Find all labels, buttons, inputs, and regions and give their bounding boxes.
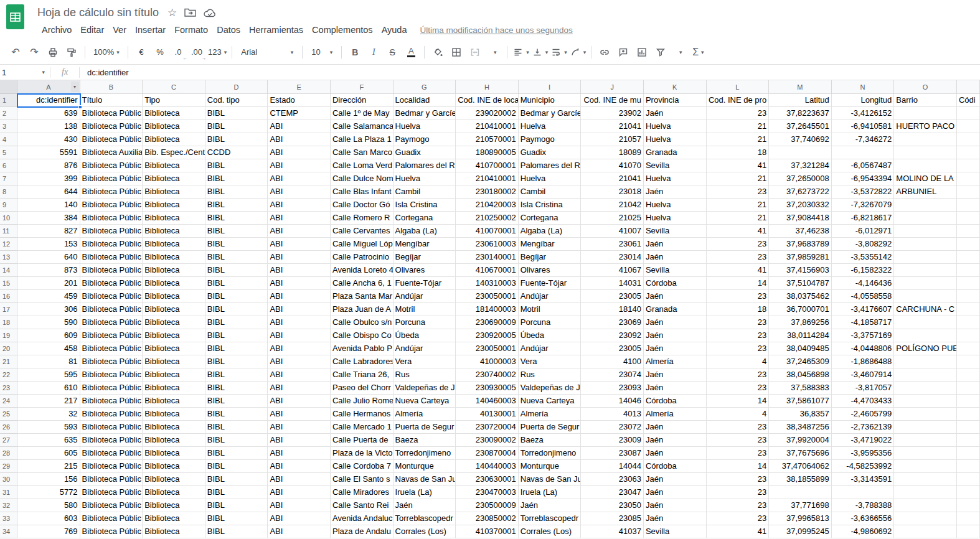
- cell-B30[interactable]: Biblioteca Públic: [80, 473, 143, 486]
- cell-B9[interactable]: Biblioteca Públic: [80, 199, 143, 212]
- cell-D8[interactable]: BIBL: [205, 185, 268, 199]
- cell-B34[interactable]: Biblioteca Públic: [80, 525, 143, 538]
- cell-E2[interactable]: CTEMP: [268, 107, 331, 120]
- row-header-8[interactable]: 8: [0, 185, 17, 199]
- cell-C7[interactable]: Biblioteca: [143, 172, 205, 185]
- cell-M32[interactable]: 37,771698: [769, 499, 832, 512]
- cell-B3[interactable]: Biblioteca Públic: [80, 120, 143, 133]
- cell-A30[interactable]: 156: [17, 473, 80, 486]
- cell-G19[interactable]: Úbeda: [393, 329, 456, 342]
- cell-P14[interactable]: [957, 264, 980, 277]
- cell-P18[interactable]: [957, 316, 980, 329]
- cell-O4[interactable]: [894, 133, 957, 146]
- cell-C31[interactable]: Biblioteca: [143, 486, 205, 499]
- cell-M22[interactable]: 38,0456898: [769, 368, 832, 382]
- cell-K15[interactable]: Córdoba: [644, 277, 707, 290]
- cell-G5[interactable]: Guadix: [393, 146, 456, 159]
- cell-P4[interactable]: [957, 133, 980, 146]
- cell-E30[interactable]: ABI: [268, 473, 331, 486]
- cell-M15[interactable]: 37,5104787: [769, 277, 832, 290]
- cell-F26[interactable]: Calle Mercado 1: [331, 421, 393, 434]
- row-header-1[interactable]: 1: [0, 94, 17, 107]
- cell-E13[interactable]: ABI: [268, 251, 331, 264]
- cell-A19[interactable]: 609: [17, 329, 80, 342]
- column-header-H[interactable]: H: [456, 80, 519, 94]
- column-header-G[interactable]: G: [393, 80, 456, 94]
- cell-I33[interactable]: Torreblascopedr: [519, 512, 582, 525]
- cell-F8[interactable]: Calle Blas Infant: [331, 185, 393, 199]
- cell-F27[interactable]: Calle Puerta de: [331, 434, 393, 447]
- cell-A4[interactable]: 430: [17, 133, 80, 146]
- cell-K16[interactable]: Jaén: [644, 290, 707, 303]
- cell-A12[interactable]: 153: [17, 238, 80, 251]
- cell-D30[interactable]: BIBL: [205, 473, 268, 486]
- row-header-28[interactable]: 28: [0, 447, 17, 460]
- cell-J19[interactable]: 23092: [581, 329, 644, 342]
- cell-I26[interactable]: Puerta de Segur: [519, 421, 582, 434]
- cell-K13[interactable]: Jaén: [644, 251, 707, 264]
- cell-N18[interactable]: -4,1858717: [832, 316, 895, 329]
- cell-G2[interactable]: Bedmar y Garcíe: [393, 107, 456, 120]
- cell-F3[interactable]: Calle Salamanca: [331, 120, 393, 133]
- cell-L34[interactable]: 41: [707, 525, 770, 538]
- cell-K17[interactable]: Granada: [644, 303, 707, 316]
- menu-formato[interactable]: Formato: [170, 23, 212, 37]
- cell-M16[interactable]: 38,0375462: [769, 290, 832, 303]
- cell-A34[interactable]: 769: [17, 525, 80, 538]
- cell-P10[interactable]: [957, 212, 980, 225]
- cell-I27[interactable]: Baeza: [519, 434, 582, 447]
- cell-E23[interactable]: ABI: [268, 382, 331, 395]
- cell-K20[interactable]: Jaén: [644, 342, 707, 355]
- cell-P29[interactable]: [957, 460, 980, 473]
- cell-I31[interactable]: Iruela (La): [519, 486, 582, 499]
- cell-K18[interactable]: Jaén: [644, 316, 707, 329]
- row-header-18[interactable]: 18: [0, 316, 17, 329]
- cell-K31[interactable]: Jaén: [644, 486, 707, 499]
- row-header-20[interactable]: 20: [0, 342, 17, 355]
- cell-P9[interactable]: [957, 199, 980, 212]
- cell-B10[interactable]: Biblioteca Públic: [80, 212, 143, 225]
- row-header-23[interactable]: 23: [0, 382, 17, 395]
- cell-D1[interactable]: Cod. tipo: [205, 94, 268, 107]
- cell-J20[interactable]: 23005: [581, 342, 644, 355]
- cell-E16[interactable]: ABI: [268, 290, 331, 303]
- cell-B32[interactable]: Biblioteca Públic: [80, 499, 143, 512]
- cell-I17[interactable]: Motril: [519, 303, 582, 316]
- cell-L31[interactable]: 23: [707, 486, 770, 499]
- fill-handle[interactable]: [78, 105, 82, 109]
- cell-D32[interactable]: BIBL: [205, 499, 268, 512]
- cell-D7[interactable]: BIBL: [205, 172, 268, 185]
- cell-G24[interactable]: Nueva Carteya: [393, 395, 456, 408]
- cell-C30[interactable]: Biblioteca: [143, 473, 205, 486]
- cell-J28[interactable]: 23087: [581, 447, 644, 460]
- cell-F16[interactable]: Plaza Santa Mar: [331, 290, 393, 303]
- cell-J2[interactable]: 23902: [581, 107, 644, 120]
- cell-F11[interactable]: Calle Cervantes: [331, 225, 393, 238]
- cell-C16[interactable]: Biblioteca: [143, 290, 205, 303]
- cell-B29[interactable]: Biblioteca Públic: [80, 460, 143, 473]
- cell-D31[interactable]: BIBL: [205, 486, 268, 499]
- cell-O30[interactable]: [894, 473, 957, 486]
- cell-N9[interactable]: -7,3267079: [832, 199, 895, 212]
- row-header-24[interactable]: 24: [0, 395, 17, 408]
- cell-H2[interactable]: 239020002: [456, 107, 519, 120]
- cell-O21[interactable]: [894, 355, 957, 368]
- menu-ver[interactable]: Ver: [108, 23, 131, 37]
- cell-L23[interactable]: 23: [707, 382, 770, 395]
- cell-B12[interactable]: Biblioteca Públic: [80, 238, 143, 251]
- cell-B28[interactable]: Biblioteca Públic: [80, 447, 143, 460]
- cell-F12[interactable]: Calle Miguel Lóp: [331, 238, 393, 251]
- cell-M25[interactable]: 36,8357: [769, 408, 832, 421]
- cell-N12[interactable]: -3,808292: [832, 238, 895, 251]
- cell-K5[interactable]: Granada: [644, 146, 707, 159]
- cell-M11[interactable]: 37,46238: [769, 225, 832, 238]
- cell-J12[interactable]: 23061: [581, 238, 644, 251]
- cell-J17[interactable]: 18140: [581, 303, 644, 316]
- cell-H31[interactable]: 230470003: [456, 486, 519, 499]
- cell-J30[interactable]: 23063: [581, 473, 644, 486]
- cell-G23[interactable]: Valdepeñas de J: [393, 382, 456, 395]
- menu-herramientas[interactable]: Herramientas: [245, 23, 308, 37]
- cell-A16[interactable]: 459: [17, 290, 80, 303]
- cell-N2[interactable]: -3,4126152: [832, 107, 895, 120]
- functions-button[interactable]: Σ▾: [690, 44, 706, 61]
